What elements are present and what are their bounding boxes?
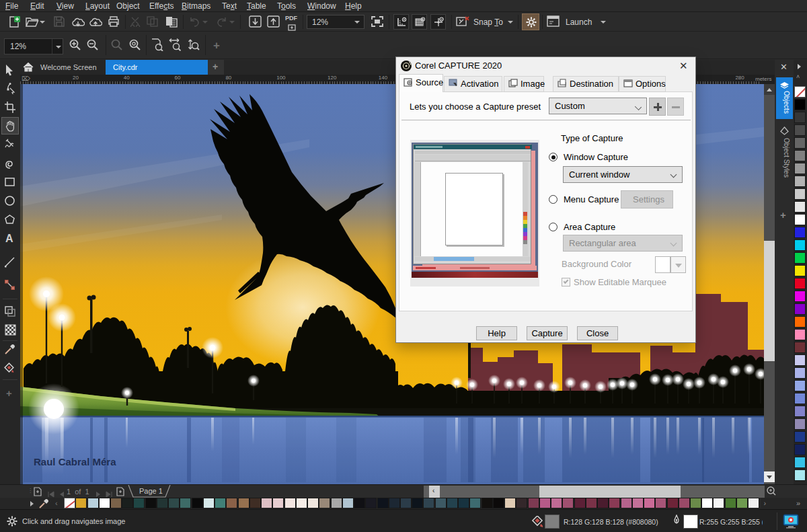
svg-text:Raul Cabral Méra: Raul Cabral Méra xyxy=(34,456,116,467)
